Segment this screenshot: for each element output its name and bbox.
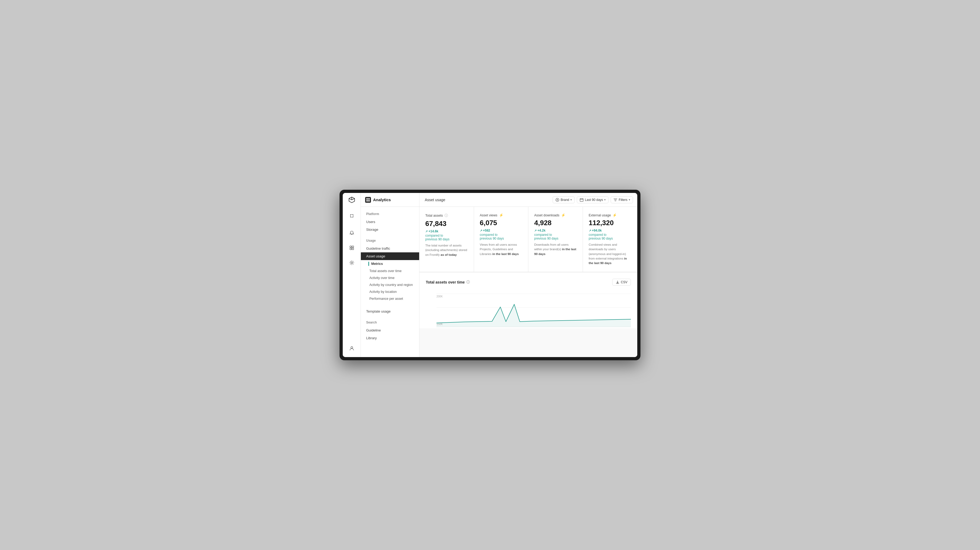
stats-row: Total assets ⓘ 67,843 ↗ +14.6k compared …	[419, 207, 637, 272]
asset-downloads-period: compared to previous 90 days	[534, 233, 577, 240]
settings-icon[interactable]	[347, 258, 356, 268]
total-assets-desc: The total number of assets (excluding at…	[425, 243, 468, 257]
asset-downloads-value: 4,928	[534, 219, 577, 227]
asset-views-period: compared to previous 90 days	[480, 233, 522, 240]
sidebar-item-guideline-search[interactable]: Guideline	[361, 327, 419, 334]
stat-card-total-assets: Total assets ⓘ 67,843 ↗ +14.6k compared …	[419, 207, 474, 272]
platform-section: Platform Users Storage	[361, 212, 419, 233]
svg-rect-3	[368, 200, 370, 201]
stat-card-asset-views: Asset views ⚡ 6,075 ↗ +582 compared to	[474, 207, 529, 272]
expand-icon[interactable]	[347, 211, 356, 221]
chart-info-icon: ⓘ	[466, 280, 470, 285]
chart-header: Total assets over time ⓘ CSV	[426, 279, 631, 286]
analytics-icon	[365, 197, 371, 203]
external-usage-change: ↗ +94.0k	[589, 229, 632, 232]
asset-views-desc: Views from all users across Projects, Gu…	[480, 242, 522, 256]
date-range-button[interactable]: Last 90 days ▾	[577, 196, 609, 203]
asset-downloads-desc: Downloads from all users within your bra…	[534, 242, 577, 256]
arrow-up-icon: ↗	[480, 229, 482, 232]
header: Analytics Asset usage Brand ▾	[343, 193, 637, 207]
stat-card-external-usage: External usage ⚡ 112,320 ↗ +94.0k compar…	[583, 207, 638, 272]
sidebar-item-guideline-traffic[interactable]: Guideline traffic	[361, 245, 419, 252]
arrow-up-icon: ↗	[425, 230, 428, 233]
arrow-up-icon: ↗	[589, 229, 591, 232]
sidebar-sub-activity-over-time[interactable]: Activity over time	[361, 274, 419, 281]
chart-area: 200K 150K	[426, 291, 631, 328]
platform-section-title: Platform	[361, 212, 419, 218]
date-range-chevron-icon: ▾	[604, 198, 606, 201]
sidebar-item-asset-usage[interactable]: Asset usage	[361, 252, 419, 260]
svg-rect-0	[366, 198, 368, 199]
svg-rect-8	[350, 248, 352, 250]
svg-rect-5	[580, 199, 583, 201]
brand-icon	[555, 198, 559, 202]
external-usage-desc: Combined views and downloads by users (a…	[589, 242, 632, 265]
total-assets-value: 67,843	[425, 220, 468, 228]
svg-rect-6	[350, 246, 352, 247]
sidebar-sub-activity-location[interactable]: Activity by location	[361, 289, 419, 295]
logo-icon	[348, 196, 355, 204]
spark-icon-2: ⚡	[561, 213, 565, 217]
sidebar-sub-activity-country[interactable]: Activity by country and region	[361, 281, 419, 289]
csv-download-button[interactable]: CSV	[612, 279, 631, 286]
header-controls: Brand ▾ Last 90 days ▾ Filte	[552, 196, 633, 203]
external-usage-label: External usage ⚡	[589, 213, 632, 217]
total-assets-change: ↗ +14.6k	[425, 230, 468, 233]
external-usage-value: 112,320	[589, 219, 632, 227]
asset-views-change: ↗ +582	[480, 229, 522, 232]
content-area: Total assets ⓘ 67,843 ↗ +14.6k compared …	[419, 207, 637, 357]
metrics-bar-indicator	[368, 261, 369, 266]
sidebar-sub-performance[interactable]: Performance per asset	[361, 295, 419, 302]
usage-section: Usage Guideline traffic Asset usage Metr…	[361, 239, 419, 302]
info-icon: ⓘ	[444, 213, 448, 218]
asset-views-label: Asset views ⚡	[480, 213, 522, 217]
chart-title: Total assets over time ⓘ	[426, 280, 470, 285]
total-assets-label: Total assets ⓘ	[425, 213, 468, 218]
sidebar-item-storage[interactable]: Storage	[361, 226, 419, 233]
sidebar-item-template-usage[interactable]: Template usage	[361, 308, 419, 315]
svg-point-10	[351, 262, 353, 263]
total-assets-period: compared to previous 90 days	[425, 234, 468, 241]
app-title: Analytics	[373, 198, 391, 202]
metrics-header: Metrics	[361, 260, 419, 268]
sidebar-item-library-search[interactable]: Library	[361, 334, 419, 342]
sidebar: Platform Users Storage Usage Guideline t…	[361, 207, 419, 357]
filter-icon	[614, 198, 617, 202]
marketplace-icon[interactable]	[347, 243, 356, 253]
search-section-title: Search	[361, 320, 419, 327]
analytics-section: Analytics	[361, 193, 419, 207]
search-section: Search Guideline Library	[361, 320, 419, 342]
filters-button[interactable]: Filters ▾	[611, 196, 633, 203]
external-usage-period: compared to previous 90 days	[589, 233, 632, 240]
spark-icon: ⚡	[499, 213, 503, 217]
asset-downloads-label: Asset downloads ⚡	[534, 213, 577, 217]
filters-chevron-icon: ▾	[629, 198, 630, 201]
usage-section-title: Usage	[361, 239, 419, 245]
logo-area	[343, 193, 361, 207]
svg-rect-9	[352, 248, 354, 250]
asset-views-value: 6,075	[480, 219, 522, 227]
sidebar-item-users[interactable]: Users	[361, 218, 419, 226]
download-icon	[616, 281, 619, 284]
sidebar-sub-total-assets[interactable]: Total assets over time	[361, 268, 419, 274]
svg-rect-1	[368, 198, 370, 199]
brand-chevron-icon: ▾	[570, 198, 572, 201]
notifications-icon[interactable]	[347, 228, 356, 238]
chart-section: Total assets over time ⓘ CSV	[419, 272, 637, 328]
page-title: Asset usage	[419, 198, 552, 202]
template-section: Template usage	[361, 308, 419, 315]
main-layout: Platform Users Storage Usage Guideline t…	[343, 207, 637, 357]
brand-filter-button[interactable]: Brand ▾	[552, 196, 575, 203]
stat-card-asset-downloads: Asset downloads ⚡ 4,928 ↗ +4.2k compared…	[528, 207, 583, 272]
arrow-up-icon: ↗	[534, 229, 536, 232]
chart-line-svg	[436, 291, 631, 328]
svg-rect-7	[352, 246, 354, 247]
profile-icon[interactable]	[347, 343, 356, 353]
calendar-icon	[580, 198, 584, 202]
asset-downloads-change: ↗ +4.2k	[534, 229, 577, 232]
spark-icon-3: ⚡	[612, 213, 617, 217]
svg-point-11	[351, 347, 353, 349]
svg-rect-2	[366, 200, 368, 201]
icon-bar	[343, 207, 361, 357]
